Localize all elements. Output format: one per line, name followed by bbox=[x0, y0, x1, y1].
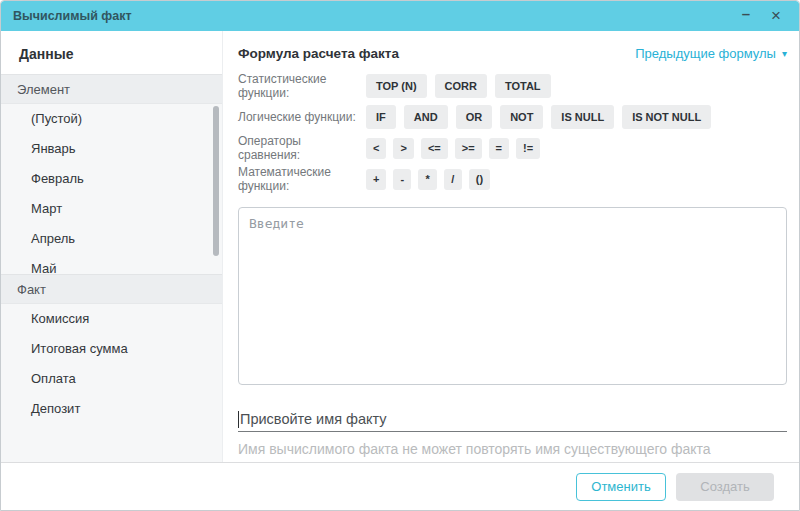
panel-title: Формула расчета факта bbox=[238, 46, 399, 61]
operator-button-gte[interactable]: >= bbox=[455, 138, 482, 159]
logical-functions-row: Логические функции: IF AND OR NOT IS NUL… bbox=[238, 105, 787, 129]
operator-button-neq[interactable]: != bbox=[516, 138, 540, 159]
row-label: Математические функции: bbox=[238, 165, 366, 193]
function-button-not[interactable]: NOT bbox=[500, 105, 543, 129]
list-item[interactable]: Январь bbox=[1, 134, 222, 164]
section-header-fact[interactable]: Факт bbox=[1, 274, 222, 304]
operator-button-divide[interactable]: / bbox=[444, 169, 462, 190]
list-item[interactable]: Февраль bbox=[1, 164, 222, 194]
minimize-icon: – bbox=[742, 5, 750, 22]
operator-button-lte[interactable]: <= bbox=[421, 138, 448, 159]
row-label: Операторы сравнения: bbox=[238, 134, 366, 162]
math-functions-row: Математические функции: + - * / () bbox=[238, 167, 787, 191]
fact-item-list: Комиссия Итоговая сумма Оплата Депозит bbox=[1, 304, 222, 462]
element-item-list: (Пустой) Январь Февраль Март Апрель Май bbox=[1, 104, 222, 274]
operator-button-parentheses[interactable]: () bbox=[469, 169, 490, 190]
minimize-button[interactable]: – bbox=[731, 1, 761, 31]
operator-button-multiply[interactable]: * bbox=[418, 169, 436, 190]
sidebar-scrollbar-thumb[interactable] bbox=[213, 106, 219, 256]
section-header-element[interactable]: Элемент bbox=[1, 74, 222, 104]
comparison-buttons: < > <= >= = != bbox=[366, 138, 540, 159]
formula-input[interactable] bbox=[238, 207, 787, 385]
close-button[interactable]: × bbox=[761, 1, 791, 31]
row-label: Статистические функции: bbox=[238, 72, 366, 100]
logical-buttons: IF AND OR NOT IS NULL IS NOT NULL bbox=[366, 105, 711, 129]
dialog-window: Вычислимый факт – × Данные Элемент (Пуст… bbox=[0, 0, 800, 511]
fact-name-input[interactable]: Присвойте имя факту bbox=[238, 407, 787, 432]
fact-name-hint: Имя вычислимого факта не может повторять… bbox=[238, 441, 787, 457]
comparison-operators-row: Операторы сравнения: < > <= >= = != bbox=[238, 136, 787, 160]
previous-formulas-label: Предыдущие формулы bbox=[635, 46, 776, 61]
fact-name-placeholder: Присвойте имя факту bbox=[240, 411, 387, 427]
statistical-buttons: TOP (N) CORR TOTAL bbox=[366, 74, 551, 98]
close-icon: × bbox=[771, 6, 781, 26]
window-controls: – × bbox=[731, 1, 799, 31]
previous-formulas-dropdown[interactable]: Предыдущие формулы ▾ bbox=[635, 46, 787, 61]
function-button-if[interactable]: IF bbox=[366, 105, 396, 129]
operator-button-eq[interactable]: = bbox=[489, 138, 509, 159]
statistical-functions-row: Статистические функции: TOP (N) CORR TOT… bbox=[238, 74, 787, 98]
row-label: Логические функции: bbox=[238, 110, 366, 124]
list-item[interactable]: Комиссия bbox=[1, 304, 222, 334]
formula-panel-header: Формула расчета факта Предыдущие формулы… bbox=[238, 46, 787, 61]
cancel-button[interactable]: Отменить bbox=[576, 473, 666, 501]
list-item[interactable]: Май bbox=[1, 254, 222, 274]
list-item[interactable]: Итоговая сумма bbox=[1, 334, 222, 364]
list-item[interactable]: Апрель bbox=[1, 224, 222, 254]
create-button[interactable]: Создать bbox=[676, 473, 774, 501]
function-button-total[interactable]: TOTAL bbox=[495, 74, 551, 98]
function-button-or[interactable]: OR bbox=[456, 105, 493, 129]
dialog-body: Данные Элемент (Пустой) Январь Февраль М… bbox=[1, 31, 799, 462]
dialog-footer: Отменить Создать bbox=[1, 462, 799, 510]
math-buttons: + - * / () bbox=[366, 169, 490, 190]
formula-panel: Формула расчета факта Предыдущие формулы… bbox=[223, 31, 799, 462]
function-button-top-n[interactable]: TOP (N) bbox=[366, 74, 427, 98]
function-button-is-not-null[interactable]: IS NOT NULL bbox=[622, 105, 711, 129]
sidebar-title: Данные bbox=[1, 31, 222, 74]
function-button-and[interactable]: AND bbox=[404, 105, 448, 129]
operator-button-plus[interactable]: + bbox=[366, 169, 386, 190]
function-button-is-null[interactable]: IS NULL bbox=[551, 105, 614, 129]
chevron-down-icon: ▾ bbox=[782, 48, 787, 59]
list-item[interactable]: Март bbox=[1, 194, 222, 224]
list-item[interactable]: Оплата bbox=[1, 364, 222, 394]
list-item[interactable]: (Пустой) bbox=[1, 104, 222, 134]
operator-button-minus[interactable]: - bbox=[393, 169, 411, 190]
function-button-corr[interactable]: CORR bbox=[435, 74, 487, 98]
operator-button-lt[interactable]: < bbox=[366, 138, 386, 159]
titlebar[interactable]: Вычислимый факт – × bbox=[1, 1, 799, 31]
operator-button-gt[interactable]: > bbox=[393, 138, 413, 159]
text-caret bbox=[238, 411, 239, 428]
list-item[interactable]: Депозит bbox=[1, 394, 222, 424]
window-title: Вычислимый факт bbox=[13, 9, 132, 23]
data-sidebar: Данные Элемент (Пустой) Январь Февраль М… bbox=[1, 31, 223, 462]
